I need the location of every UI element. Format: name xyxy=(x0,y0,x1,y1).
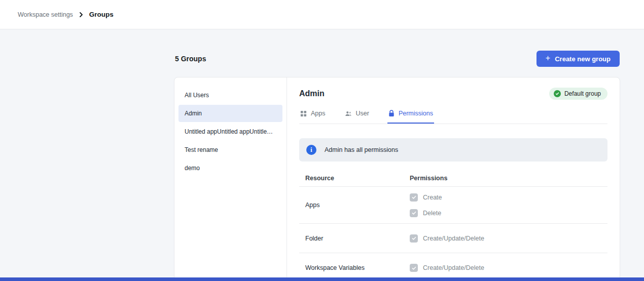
create-button-label: Create new group xyxy=(555,55,611,63)
table-row-apps: Apps Create Delete xyxy=(299,187,607,224)
group-list: All Users Admin Untitled appUntitled app… xyxy=(174,77,287,280)
group-item-all-users[interactable]: All Users xyxy=(178,87,282,104)
group-item-admin[interactable]: Admin xyxy=(178,105,282,122)
detail-header: Admin Default group xyxy=(299,88,607,100)
group-title: Admin xyxy=(299,89,325,98)
table-row-workspace-variables: Workspace Variables Create/Update/Delete xyxy=(299,253,607,281)
tab-permissions[interactable]: Permissions xyxy=(387,108,434,124)
tab-apps[interactable]: Apps xyxy=(299,108,327,124)
tab-permissions-label: Permissions xyxy=(399,110,433,117)
lock-icon xyxy=(388,110,395,117)
groups-card: All Users Admin Untitled appUntitled app… xyxy=(174,77,620,281)
groups-count-label: 5 Groups xyxy=(175,55,206,63)
permissions-info-banner: i Admin has all permissions xyxy=(299,138,607,162)
workspace-variables-cud-label: Create/Update/Delete xyxy=(423,264,484,271)
create-new-group-button[interactable]: + Create new group xyxy=(536,51,620,67)
resource-column-header: Resource xyxy=(299,175,410,182)
tab-user-label: User xyxy=(356,110,369,117)
plus-icon: + xyxy=(546,54,550,62)
delete-checkbox[interactable] xyxy=(410,209,418,217)
folder-cud-checkbox[interactable] xyxy=(410,234,418,243)
permissions-table: Resource Permissions Apps Create xyxy=(299,171,607,281)
default-group-badge: Default group xyxy=(549,88,607,100)
table-row-folder: Folder Create/Update/Delete xyxy=(299,224,607,253)
check-circle-icon xyxy=(554,90,561,97)
group-detail-panel: Admin Default group Apps xyxy=(287,77,620,280)
table-header-row: Resource Permissions xyxy=(299,171,607,187)
bottom-bar xyxy=(0,277,644,281)
workspace-variables-cud-checkbox[interactable] xyxy=(410,264,418,272)
permissions-column-header: Permissions xyxy=(410,175,607,182)
resource-label: Folder xyxy=(299,224,410,253)
create-checkbox-label: Create xyxy=(423,194,442,201)
info-icon: i xyxy=(306,145,316,155)
app-header: Workspace settings Groups xyxy=(0,0,644,29)
breadcrumb-groups: Groups xyxy=(89,11,114,18)
resource-label: Workspace Variables xyxy=(299,253,410,281)
group-item-test-rename[interactable]: Test rename xyxy=(178,141,282,158)
chevron-right-icon xyxy=(78,12,84,18)
group-item-demo[interactable]: demo xyxy=(178,159,282,177)
folder-cud-label: Create/Update/Delete xyxy=(423,235,484,242)
badge-label: Default group xyxy=(564,90,601,97)
detail-tabs: Apps User xyxy=(299,108,607,124)
group-item-untitled-app[interactable]: Untitled appUntitled appUntitle… xyxy=(178,123,282,140)
delete-checkbox-label: Delete xyxy=(423,210,441,217)
users-icon xyxy=(345,110,352,117)
grid-icon xyxy=(300,110,307,117)
breadcrumb-workspace-settings[interactable]: Workspace settings xyxy=(18,11,73,18)
banner-text: Admin has all permissions xyxy=(325,146,398,153)
create-checkbox[interactable] xyxy=(410,193,418,202)
tab-user[interactable]: User xyxy=(344,108,370,124)
resource-label: Apps xyxy=(299,189,410,221)
tab-apps-label: Apps xyxy=(311,110,326,117)
